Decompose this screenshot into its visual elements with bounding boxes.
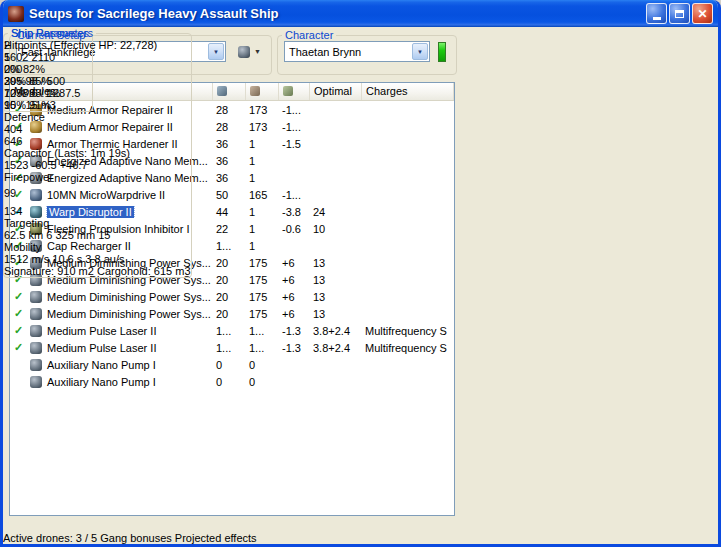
module-cpu-value: 1... (213, 325, 246, 337)
character-combobox[interactable]: Thaetan Brynn ▼ (284, 41, 430, 62)
mobility-box: Mobility 1512 m/s 10.6 s 3.8 au/s (4, 241, 191, 265)
module-cpu-value: 28 (213, 104, 246, 116)
module-powergrid-value: 175 (246, 291, 279, 303)
module-powergrid-value: 1 (246, 223, 279, 235)
max-targets-value: 6 (46, 229, 52, 241)
module-cpu-value: 0 (213, 376, 246, 388)
module-cpu-value: 50 (213, 189, 246, 201)
volley-damage-value: 134 (4, 205, 22, 217)
max-velocity-value: 1512 m/s (4, 253, 49, 265)
hitpoints-box: Hitpoints (Effective HP: 22,728) 1602 21… (4, 39, 191, 111)
thermal-armor-resist: 85% (29, 75, 51, 87)
module-cap-value: -1.3 (279, 342, 310, 354)
module-powergrid-value: 1 (246, 206, 279, 218)
module-row[interactable]: ✓Medium Pulse Laser II1...1...-1.33.8+2.… (10, 339, 454, 356)
maximize-icon (675, 10, 684, 18)
module-name: Medium Pulse Laser II (45, 342, 213, 354)
column-powergrid[interactable] (246, 83, 279, 100)
module-optimal-value: 13 (310, 274, 362, 286)
character-skill-indicator (438, 42, 446, 62)
module-cpu-value: 44 (213, 206, 246, 218)
statusbar: Active drones: 3 / 5 Gang bonuses Projec… (3, 532, 718, 544)
module-name: Medium Pulse Laser II (45, 325, 213, 337)
thermal-shield-resist: 20% (4, 75, 26, 87)
column-cpu[interactable] (213, 83, 246, 100)
module-status-icon: ✓ (10, 324, 27, 337)
module-powergrid-value: 165 (246, 189, 279, 201)
shield-defence-value: 404 (4, 123, 22, 135)
module-powergrid-value: 175 (246, 257, 279, 269)
module-icon (27, 308, 45, 320)
module-powergrid-value: 1 (246, 172, 279, 184)
module-row[interactable]: ✓Medium Diminishing Power Sys...20175+61… (10, 288, 454, 305)
module-cap-value: -1.5 (279, 138, 310, 150)
column-capacitor[interactable] (279, 83, 310, 100)
ship-parameters-group: Ship Parameters Hitpoints (Effective HP:… (3, 27, 192, 278)
module-status-icon: ✓ (10, 290, 27, 303)
module-status-icon: ✓ (10, 341, 27, 354)
shield-hp: 1602 (4, 51, 32, 63)
close-button[interactable]: ✕ (692, 3, 713, 24)
module-optimal-value: 13 (310, 291, 362, 303)
targeting-title: Targeting (4, 217, 191, 229)
em-armor-resist: 82% (23, 63, 45, 75)
setup-combobox-dropdown-button[interactable]: ▼ (208, 43, 224, 60)
module-powergrid-value: 173 (246, 104, 279, 116)
module-cap-value: -3.8 (279, 206, 310, 218)
module-optimal-value: 13 (310, 257, 362, 269)
module-cap-value: +6 (279, 274, 310, 286)
defence-title: Defence (4, 111, 191, 123)
armor-hp: 2110 (32, 51, 56, 63)
module-cap-value: -1... (279, 121, 310, 133)
projected-effects-status[interactable]: Projected effects (175, 532, 257, 544)
mobility-title: Mobility (4, 241, 191, 253)
column-optimal[interactable]: Optimal (310, 83, 362, 100)
em-shield-resist: 0% (4, 63, 20, 75)
thermal-resist-cell: 20% 85% (4, 75, 191, 87)
module-cap-value: +6 (279, 291, 310, 303)
chevron-down-icon: ▼ (417, 49, 423, 55)
module-cpu-value: 36 (213, 138, 246, 150)
active-drones-status[interactable]: Active drones: 3 / 5 (3, 532, 97, 544)
module-optimal-value: 10 (310, 223, 362, 235)
character-combobox-dropdown-button[interactable]: ▼ (412, 43, 428, 60)
powergrid-column-icon (250, 86, 260, 96)
explosive-shield-resist: 90% (4, 99, 26, 111)
ship-parameters-label: Ship Parameters (8, 27, 96, 39)
maximize-button[interactable] (669, 3, 690, 24)
em-resist-cell: 0% 82% (4, 63, 191, 75)
module-cpu-value: 20 (213, 257, 246, 269)
module-icon (27, 325, 45, 337)
setup-actions-chevron-icon: ▼ (254, 48, 261, 55)
module-row[interactable]: Auxiliary Nano Pump I00 (10, 373, 454, 390)
turret-damage-value: 99 (4, 187, 16, 199)
module-cpu-value: 22 (213, 223, 246, 235)
module-row[interactable]: Auxiliary Nano Pump I00 (10, 356, 454, 373)
module-cpu-value: 20 (213, 274, 246, 286)
module-powergrid-value: 175 (246, 274, 279, 286)
minimize-button[interactable] (646, 3, 667, 24)
explosive-resist-cell: 90% 91% (4, 99, 191, 111)
module-row[interactable]: ✓Medium Pulse Laser II1...1...-1.33.8+2.… (10, 322, 454, 339)
gang-bonuses-status[interactable]: Gang bonuses (100, 532, 172, 544)
module-name: Medium Diminishing Power Sys... (45, 308, 213, 320)
module-cpu-value: 20 (213, 291, 246, 303)
sensor-strength-value: 15 (98, 229, 110, 241)
module-cap-value: -0.6 (279, 223, 310, 235)
column-charges[interactable]: Charges (362, 83, 454, 100)
module-cap-value: -1... (279, 104, 310, 116)
module-optimal-value: 13 (310, 308, 362, 320)
module-powergrid-value: 1... (246, 325, 279, 337)
titlebar[interactable]: Setups for Sacrilege Heavy Assault Ship … (3, 0, 718, 27)
module-row[interactable]: ✓Medium Diminishing Power Sys...20175+61… (10, 305, 454, 322)
module-icon (27, 291, 45, 303)
module-status-icon: ✓ (10, 307, 27, 320)
scan-resolution-value: 325 mm (55, 229, 95, 241)
module-optimal-value: 3.8+2.4 (310, 325, 362, 337)
module-cap-value: -1... (279, 189, 310, 201)
armor-defence-value: 646 (4, 135, 22, 147)
capacitor-column-icon (283, 86, 293, 96)
setup-actions-button[interactable]: ▼ (234, 44, 265, 60)
chevron-down-icon: ▼ (213, 49, 219, 55)
module-name: Auxiliary Nano Pump I (45, 376, 213, 388)
